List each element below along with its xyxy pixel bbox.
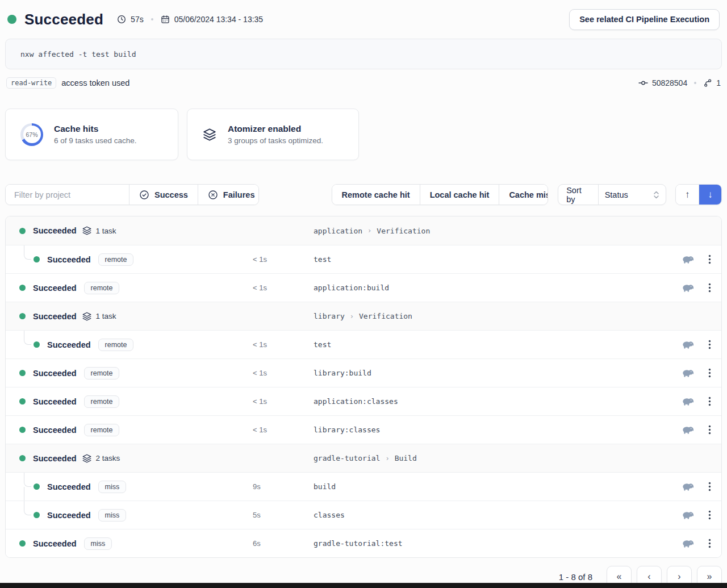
row-menu-kebab-icon[interactable]	[708, 368, 711, 378]
row-status-label: Succeeded	[47, 511, 91, 520]
atomizer-card-title: Atomizer enabled	[228, 124, 323, 134]
task-name-label: classes	[314, 511, 345, 519]
breadcrumb-separator-icon: ›	[385, 454, 389, 462]
row-actions	[682, 283, 711, 293]
dot-separator	[151, 18, 153, 20]
gradle-elephant-icon[interactable]	[682, 510, 695, 520]
task-row[interactable]: Succeeded remote < 1s application:build	[6, 273, 721, 302]
task-group-row[interactable]: Succeeded 1 task application › Verificat…	[6, 216, 721, 245]
gradle-elephant-icon[interactable]	[682, 539, 695, 548]
task-row[interactable]: Succeeded miss 6s gradle-tutorial:test	[6, 529, 721, 557]
sort-ascending-button[interactable]: ↑	[676, 185, 699, 205]
row-status-label: Succeeded	[47, 482, 91, 491]
task-duration-label: < 1s	[253, 283, 267, 292]
task-row[interactable]: Succeeded miss 9s build	[6, 472, 721, 501]
row-actions	[682, 539, 711, 548]
status-dot-icon	[19, 285, 26, 291]
row-status-label: Succeeded	[47, 255, 91, 264]
sort-descending-button[interactable]: ↓	[699, 185, 721, 205]
status-dot-icon	[34, 341, 40, 348]
tree-connector	[24, 245, 31, 260]
task-row[interactable]: Succeeded remote < 1s library:classes	[6, 415, 721, 444]
row-menu-kebab-icon[interactable]	[708, 340, 711, 349]
row-menu-kebab-icon[interactable]	[708, 539, 711, 548]
gradle-elephant-icon[interactable]	[682, 255, 695, 264]
gradle-elephant-icon[interactable]	[682, 397, 695, 406]
row-actions	[682, 255, 711, 264]
task-row[interactable]: Succeeded remote < 1s test	[6, 330, 721, 358]
commit-id-label[interactable]: 50828504	[652, 78, 687, 87]
task-row[interactable]: Succeeded remote < 1s application:classe…	[6, 387, 721, 415]
cache-hits-card[interactable]: 67% Cache hits 6 of 9 tasks used cache.	[5, 109, 178, 160]
success-filter-label: Success	[154, 190, 188, 199]
sort-select[interactable]: Status	[598, 185, 666, 205]
project-path: gradle-tutorial › Build	[314, 454, 417, 462]
status-dot-icon	[19, 455, 26, 461]
cache-status-badge: miss	[84, 537, 112, 550]
task-group-row[interactable]: Succeeded 1 task library › Verification	[6, 302, 721, 330]
failures-filter-button[interactable]: Failures	[198, 185, 259, 205]
task-name-label: build	[314, 482, 336, 491]
status-dot-icon	[34, 483, 40, 490]
row-menu-kebab-icon[interactable]	[708, 397, 711, 406]
header-meta: 57s 05/06/2024 13:34 - 13:35	[117, 15, 263, 24]
sort-control: Sort by Status	[558, 184, 666, 205]
vcs-info: 50828504 1	[638, 78, 721, 87]
check-circle-icon	[139, 190, 149, 200]
cache-status-badge: remote	[84, 424, 120, 436]
project-name: gradle-tutorial	[314, 454, 380, 462]
task-name-label: library:classes	[314, 426, 380, 434]
row-menu-kebab-icon[interactable]	[708, 255, 711, 264]
cache-status-badge: miss	[98, 509, 127, 522]
project-path: library › Verification	[314, 312, 412, 320]
task-name-label: application:classes	[314, 397, 398, 406]
breadcrumb-separator-icon: ›	[367, 227, 371, 235]
duration-label: 57s	[131, 15, 144, 24]
atomizer-card[interactable]: Atomizer enabled 3 groups of tasks optim…	[187, 109, 359, 160]
row-menu-kebab-icon[interactable]	[708, 425, 711, 435]
row-menu-kebab-icon[interactable]	[708, 510, 711, 520]
task-name-label: test	[314, 340, 331, 349]
task-count-label: 2 tasks	[96, 454, 120, 462]
remote-cache-hit-button[interactable]: Remote cache hit	[332, 185, 420, 205]
task-row[interactable]: Succeeded remote < 1s library:build	[6, 358, 721, 387]
target-name: Verification	[377, 227, 430, 235]
gradle-elephant-icon[interactable]	[682, 283, 695, 293]
status-dot-icon	[7, 15, 16, 24]
row-status-label: Succeeded	[33, 397, 77, 406]
date-range-label: 05/06/2024 13:34 - 13:35	[174, 15, 263, 24]
run-detail-page: Succeeded 57s 05/06/2024 13:34 - 13:35 S…	[0, 7, 727, 587]
see-related-pipeline-button[interactable]: See related CI Pipeline Execution	[569, 9, 720, 30]
branch-count-label: 1	[716, 78, 721, 87]
cache-filter-group: Remote cache hit Local cache hit Cache m…	[332, 184, 549, 205]
row-menu-kebab-icon[interactable]	[708, 482, 711, 491]
status-dot-icon	[19, 313, 26, 319]
success-filter-button[interactable]: Success	[129, 185, 198, 205]
clock-icon	[117, 15, 126, 24]
task-name-label: test	[314, 255, 331, 264]
task-row[interactable]: Succeeded remote < 1s test	[6, 245, 721, 273]
task-duration-label: < 1s	[253, 397, 267, 406]
sort-by-label: Sort by	[558, 185, 598, 205]
task-row[interactable]: Succeeded miss 5s classes	[6, 501, 721, 529]
access-token-label: access token used	[61, 78, 129, 87]
cache-miss-button[interactable]: Cache miss	[499, 185, 548, 205]
cache-status-badge: remote	[84, 395, 120, 408]
gradle-elephant-icon[interactable]	[682, 482, 695, 491]
status-dot-icon	[19, 540, 26, 547]
gradle-elephant-icon[interactable]	[682, 425, 695, 435]
row-status-label: Succeeded	[47, 340, 91, 349]
gradle-elephant-icon[interactable]	[682, 340, 695, 349]
gradle-elephant-icon[interactable]	[682, 368, 695, 378]
filter-group: Success Failures	[5, 184, 259, 205]
cache-status-badge: remote	[84, 282, 120, 294]
status-dot-icon	[34, 512, 40, 518]
status-dot-icon	[19, 398, 26, 404]
task-list: Succeeded 1 task application › Verificat…	[5, 216, 722, 558]
filter-by-project-input[interactable]	[6, 185, 129, 205]
local-cache-hit-button[interactable]: Local cache hit	[420, 185, 499, 205]
task-group-row[interactable]: Succeeded 2 tasks gradle-tutorial › Buil…	[6, 444, 721, 472]
row-menu-kebab-icon[interactable]	[708, 283, 711, 293]
task-duration-label: < 1s	[253, 255, 267, 264]
task-name-label: library:build	[314, 369, 371, 377]
